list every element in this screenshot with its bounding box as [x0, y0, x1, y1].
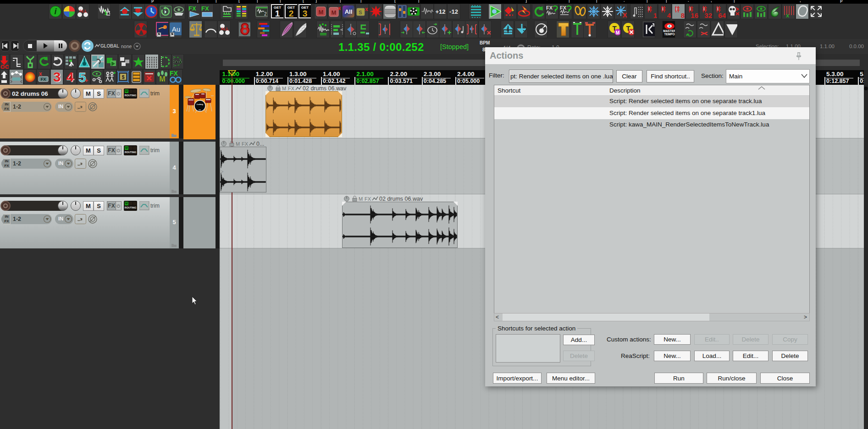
svg-text:FX: FX	[365, 196, 371, 202]
svg-text:FX: FX	[242, 141, 249, 147]
svg-text:M: M	[359, 196, 363, 202]
svg-text:M: M	[236, 141, 240, 147]
svg-text:FX: FX	[288, 86, 295, 91]
svg-text:M: M	[282, 86, 286, 91]
svg-text:Ludwig: Ludwig	[197, 103, 204, 105]
